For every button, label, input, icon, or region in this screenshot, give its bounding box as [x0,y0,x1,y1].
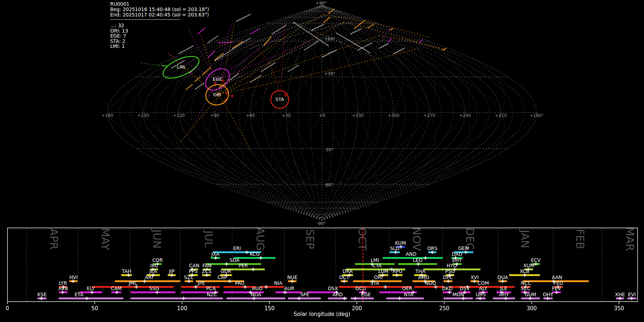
shower-label: GEM [458,245,469,251]
shower-qua: QUA [497,274,508,283]
shower-ohy: OHY [543,292,553,300]
lat-label: -60° [324,182,333,187]
shower-label: ECV [531,257,541,263]
radiant-label-ori: ORI [213,92,221,97]
shower-label: KUM [395,240,406,246]
lon-label: +210 [495,113,507,118]
shower-label: CTA [372,263,382,268]
month-label: AUG [254,227,267,251]
shower-avb: AVB [58,286,68,294]
station-id: RU0001 [110,1,130,7]
lon-label: +150 [137,113,149,118]
shower-zcs: ZCS [202,268,211,277]
shower-label: URS [476,292,486,297]
shower-label: MON [453,292,464,297]
shower-label: CAN [189,263,200,268]
month-label: NOV [410,227,423,251]
month-label: APR [48,228,60,249]
shower-label: JLE [500,286,507,291]
shower-label: RPU [392,268,402,274]
shower-label: OER [402,286,413,291]
info-line: Beg: 20251016 15:40:48 (sol = 203.18°) [110,6,209,12]
shower-label: SCC [521,286,530,291]
shower-cam: CAM [111,286,122,294]
shower-label: EVI [628,292,636,297]
x-axis-title: Solar longitude (deg) [294,311,350,317]
axis-tick-label: 150 [264,305,275,312]
shower-tah: TAH [121,268,132,277]
shower-label: ALY [479,286,488,291]
shower-label: LYR [59,280,67,286]
shower-label: XHE [615,292,625,297]
shower-sld: SLD [390,245,400,254]
shower-label: TAH [122,268,132,274]
shower-label: HYD [447,263,457,268]
shower-label: KSE [37,292,47,297]
month-label: JUN [151,229,163,248]
axis-tick-label: 300 [527,305,537,312]
lon-label: +90 [210,113,219,118]
shower-label: PPS [189,268,198,274]
shower-label: JPE [197,280,205,286]
shower-label: LEO [413,257,423,263]
shower-label: COR [152,257,163,263]
shower-label: FAN [203,263,212,268]
shower-label: NUE [287,274,298,280]
shower-label: ETA [74,292,84,297]
shower-label: KCG [250,251,260,257]
shower-label: SLD [390,245,400,251]
shower-label: NZC [207,292,217,297]
shower-label: COM [478,280,489,286]
shower-label: ORS [427,245,438,251]
shower-label: AUR [284,286,294,291]
lon-label: +330 [352,113,364,118]
shower-label: NIA [274,280,283,286]
shower-label: XCB [519,268,529,274]
shower-label: JIP [169,268,175,274]
shower-label: AHY [499,292,509,297]
shower-label: ARI [145,274,153,280]
shower-label: IRC [150,263,158,268]
shower-label: OHY [543,292,553,297]
lat-label: +60° [324,36,335,42]
shower-label: XUM [523,263,535,268]
shower-nue: NUE [287,274,298,283]
shower-label: AMO [418,274,430,280]
month-label: SEP [304,229,316,249]
shower-label: QUA [497,274,508,280]
shower-label: DSV [460,286,470,291]
shower-label: JEA [149,268,158,274]
shower-label: GDR [220,268,231,274]
shower-label: NCC [521,280,531,286]
axis-tick-label: 250 [439,305,449,312]
shower-label: EHY [452,257,462,263]
shower-szc: SZC [184,274,194,283]
meteor-observation-plot: LMIEGEORISTA+90°-90°+60°+30°-30°-60°+180… [0,0,644,322]
shower-label: CAM [111,286,122,291]
lon-label: +60 [246,113,255,118]
shower-label: LUM [378,268,388,274]
lat-label: +30° [324,71,335,76]
shower-label: PER [239,263,248,268]
shower-fev: FEV [552,286,561,294]
radiant-label-sta: STA [275,97,284,102]
month-label: FEB [574,229,586,249]
shower-label: DPC [443,274,453,280]
shower-label: ORI [374,274,383,280]
shower-label: EGE [361,292,371,297]
lat-label: -90° [317,221,326,226]
radiant-label-ege: EGE [213,77,223,82]
lon-label: +0 [319,113,325,118]
shower-jxa: JXA [211,251,220,260]
axis-tick-label: 0 [6,305,9,312]
month-label: MAR [624,227,636,251]
shower-label: ZCS [202,268,211,274]
lat-label: +90° [316,1,327,6]
axis-tick-label: 200 [352,305,362,312]
shower-label: GUM [525,292,536,297]
shower-label: PSU [445,268,455,274]
shower-label: STA [370,280,380,286]
shower-label: NOO [425,280,436,286]
shower-label: DRA [343,268,353,274]
shower-label: LMI [371,257,379,263]
